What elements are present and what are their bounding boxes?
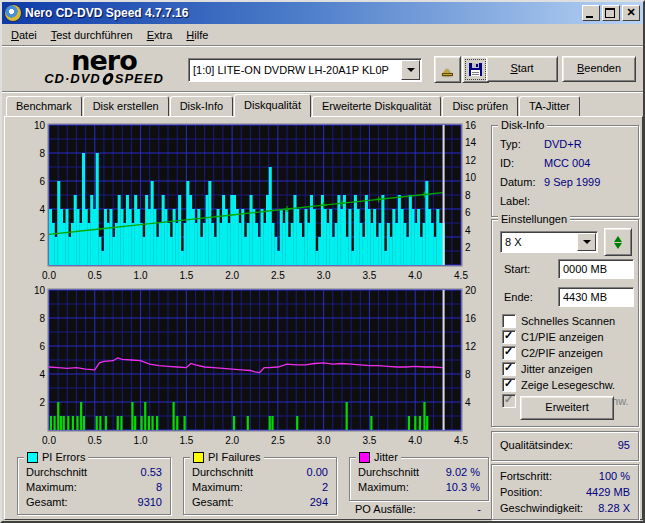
svg-text:2.5: 2.5	[271, 435, 285, 446]
speed-value: 8.28 X	[598, 502, 630, 514]
pi-failures-group: PI Failures Durchschnitt0.00 Maximum:2 G…	[183, 457, 337, 515]
titlebar[interactable]: Nero CD-DVD Speed 4.7.7.16 ✕	[2, 2, 643, 24]
jitter-avg-label: Durchschnitt	[358, 466, 419, 478]
svg-text:0.0: 0.0	[42, 270, 56, 281]
tab-benchmark[interactable]: Benchmark	[6, 96, 82, 117]
jitter-max-value: 10.3 %	[446, 481, 480, 493]
pi-failures-jitter-chart: 246810481216200.00.51.01.52.02.53.03.54.…	[11, 284, 489, 448]
refresh-speeds-button[interactable]	[604, 228, 632, 256]
po-failures-label: PO Ausfälle:	[355, 503, 416, 515]
svg-text:2: 2	[39, 397, 45, 408]
start-button[interactable]: Start	[486, 56, 558, 82]
app-window: Nero CD-DVD Speed 4.7.7.16 ✕ Datei Test …	[0, 0, 645, 523]
nero-logo-text: nero	[24, 49, 184, 73]
checkbox-zeige-lesegeschw[interactable]: Zeige Lesegeschw.	[502, 377, 615, 392]
close-button[interactable]: ✕	[622, 5, 640, 21]
tab-disk-erstellen[interactable]: Disk erstellen	[83, 96, 169, 117]
svg-text:10: 10	[465, 172, 477, 183]
svg-text:6: 6	[39, 176, 45, 187]
pi-failures-max-value: 2	[322, 481, 328, 493]
pi-errors-total-value: 9310	[138, 496, 162, 508]
svg-text:12: 12	[465, 341, 477, 352]
quality-index-label: Qualitätsindex:	[500, 439, 573, 451]
floppy-icon	[468, 62, 483, 77]
svg-text:4: 4	[39, 204, 45, 215]
svg-text:8: 8	[465, 190, 471, 201]
svg-text:14: 14	[465, 137, 477, 148]
maximize-icon	[605, 8, 615, 18]
end-position-field[interactable]: 4430 MB	[558, 287, 634, 307]
refresh-icon	[614, 232, 622, 242]
checkbox-schnelles-scannen[interactable]: Schnelles Scannen	[502, 313, 615, 328]
drive-select-value: [1:0] LITE-ON DVDRW LH-20A1P KL0P	[189, 64, 401, 76]
menu-datei[interactable]: Datei	[4, 27, 44, 43]
svg-text:8: 8	[465, 369, 471, 380]
pi-errors-avg-label: Durchschnitt	[26, 466, 87, 478]
svg-text:2.0: 2.0	[225, 270, 239, 281]
tab-ta-jitter[interactable]: TA-Jitter	[519, 96, 580, 117]
pi-errors-max-label: Maximum:	[26, 481, 77, 493]
svg-text:1.5: 1.5	[179, 270, 193, 281]
chevron-down-icon	[583, 240, 591, 248]
nero-logo-sub-left: CD·DVD	[44, 73, 101, 85]
eject-disc-button[interactable]	[434, 56, 461, 83]
pi-failures-avg-label: Durchschnitt	[192, 466, 253, 478]
svg-text:4: 4	[39, 369, 45, 380]
save-button[interactable]	[462, 56, 489, 83]
drive-select[interactable]: [1:0] LITE-ON DVDRW LH-20A1P KL0P	[188, 58, 422, 82]
svg-text:2.0: 2.0	[225, 435, 239, 446]
end-position-label: Ende:	[504, 291, 533, 303]
disk-info-title: Disk-Info	[498, 119, 547, 131]
disk-typ-label: Typ:	[500, 138, 544, 150]
menu-test-durchfuehren[interactable]: Test durchführen	[44, 27, 140, 43]
quality-index-value: 95	[618, 439, 630, 451]
po-failures-row: PO Ausfälle: -	[355, 503, 481, 515]
checkbox-c1-pie-anzeigen[interactable]: C1/PIE anzeigen	[502, 329, 604, 344]
svg-text:4: 4	[465, 225, 471, 236]
svg-text:10: 10	[34, 120, 46, 131]
diskqualitaet-page: 2468102468101214160.00.51.01.52.02.53.03…	[4, 116, 643, 520]
app-icon	[5, 5, 21, 21]
svg-text:2.5: 2.5	[271, 270, 285, 281]
svg-text:16: 16	[465, 313, 477, 324]
svg-text:20: 20	[465, 285, 477, 296]
minimize-button[interactable]	[582, 5, 600, 21]
start-position-field[interactable]: 0000 MB	[558, 259, 634, 279]
nero-logo-sub-right: SPEED	[115, 73, 164, 85]
progress-value: 100 %	[599, 470, 630, 482]
checkbox-jitter-anzeigen[interactable]: Jitter anzeigen	[502, 361, 593, 376]
minimize-icon	[586, 16, 593, 18]
progress-label: Fortschritt:	[500, 470, 552, 482]
pi-failures-max-label: Maximum:	[192, 481, 243, 493]
advanced-button[interactable]: Erweitert	[520, 396, 614, 420]
menu-extra[interactable]: Extra	[140, 27, 180, 43]
settings-title: Einstellungen	[498, 213, 570, 225]
po-failures-value: -	[477, 503, 481, 515]
legend-color-jitter	[359, 452, 370, 463]
disk-id-label: ID:	[500, 157, 544, 169]
checkbox-c2-pif-anzeigen[interactable]: C2/PIF anzeigen	[502, 345, 603, 360]
drive-select-dropdown-button[interactable]	[401, 60, 420, 80]
svg-text:1.5: 1.5	[179, 435, 193, 446]
position-value: 4429 MB	[586, 486, 630, 498]
svg-text:3.0: 3.0	[317, 270, 331, 281]
tab-erweiterte-diskqualitaet[interactable]: Erweiterte Diskqualität	[312, 96, 441, 117]
speed-select-dropdown-button[interactable]	[577, 233, 596, 251]
tab-disc-pruefen[interactable]: Disc prüfen	[442, 96, 518, 117]
maximize-button[interactable]	[602, 5, 620, 21]
speed-select[interactable]: 8 X	[500, 231, 598, 253]
speed-select-value: 8 X	[501, 236, 577, 248]
svg-text:3.5: 3.5	[362, 435, 376, 446]
pi-errors-avg-value: 0.53	[141, 466, 162, 478]
svg-text:8: 8	[39, 148, 45, 159]
pi-errors-total-label: Gesamt:	[26, 496, 68, 508]
tab-disk-info[interactable]: Disk-Info	[170, 96, 233, 117]
svg-text:16: 16	[465, 120, 477, 131]
disk-info-group: Disk-Info Typ:DVD+R ID:MCC 004 Datum:9 S…	[491, 125, 639, 217]
menu-hilfe[interactable]: Hilfe	[179, 27, 215, 43]
svg-text:4.0: 4.0	[408, 435, 422, 446]
pi-failures-avg-value: 0.00	[307, 466, 328, 478]
quit-button[interactable]: Beenden	[562, 56, 636, 82]
tab-diskqualitaet[interactable]: Diskqualität	[234, 94, 311, 117]
svg-text:2: 2	[39, 232, 45, 243]
